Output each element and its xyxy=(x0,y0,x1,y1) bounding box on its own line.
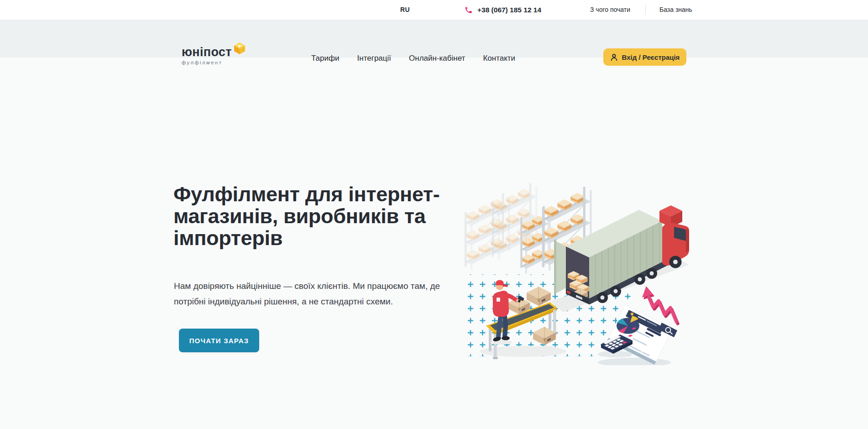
header: юніпост фулфілмент Тарифи Інтеграції Онл… xyxy=(0,20,868,58)
nav-contacts[interactable]: Контакти xyxy=(483,54,515,63)
parcel-cube-icon xyxy=(234,42,246,57)
login-register-button[interactable]: Вхід / Реєстрація xyxy=(603,48,686,66)
login-register-label: Вхід / Реєстрація xyxy=(622,53,680,61)
user-icon xyxy=(610,53,618,61)
nav-online-cabinet[interactable]: Онлайн-кабінет xyxy=(409,54,465,63)
hero-heading-line: магазинів, виробників та xyxy=(173,205,440,227)
hero-heading-line: імпортерів xyxy=(173,227,440,249)
logo-tagline: фулфілмент xyxy=(182,60,246,65)
topbar-link-knowledge-base[interactable]: База знань xyxy=(659,0,692,20)
topbar-link-getting-started[interactable]: З чого почати xyxy=(590,0,630,20)
main-nav: Тарифи Інтеграції Онлайн-кабінет Контакт… xyxy=(311,39,515,77)
logo[interactable]: юніпост фулфілмент xyxy=(182,45,246,65)
warehouse-illustration xyxy=(465,182,694,365)
phone-icon xyxy=(464,5,473,14)
topbar: RU +38 (067) 185 12 14 З чого почати Баз… xyxy=(0,0,868,20)
hero-heading-line: Фулфілмент для інтернет- xyxy=(173,183,440,205)
start-now-button[interactable]: ПОЧАТИ ЗАРАЗ xyxy=(179,329,259,352)
nav-tariffs[interactable]: Тарифи xyxy=(311,54,340,63)
nav-integrations[interactable]: Інтеграції xyxy=(357,54,392,63)
logo-name: юніпост xyxy=(182,45,232,59)
hero-heading: Фулфілмент для інтернет- магазинів, виро… xyxy=(173,183,440,249)
hero-description-line: Нам довіряють найцінніше — своїх клієнті… xyxy=(174,278,440,294)
hero-description-line: потрібні індивідуальні рішення, а не ста… xyxy=(174,294,440,309)
hero-description: Нам довіряють найцінніше — своїх клієнті… xyxy=(174,278,440,309)
topbar-divider xyxy=(645,5,646,15)
phone-number: +38 (067) 185 12 14 xyxy=(477,0,541,20)
phone-link[interactable]: +38 (067) 185 12 14 xyxy=(464,0,541,20)
language-switcher[interactable]: RU xyxy=(400,0,410,20)
